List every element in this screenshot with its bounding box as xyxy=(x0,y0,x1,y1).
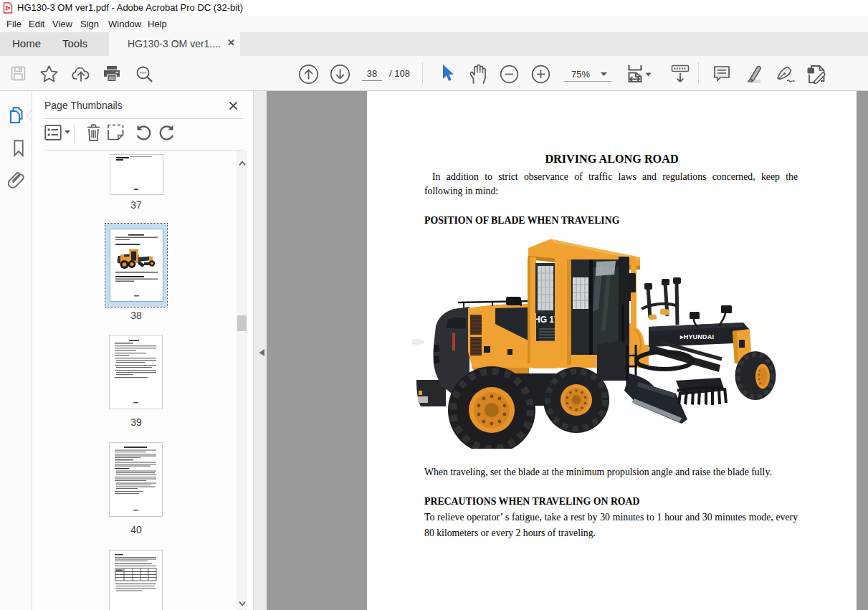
svg-text:▸HYUNDAI: ▸HYUNDAI xyxy=(679,333,714,340)
